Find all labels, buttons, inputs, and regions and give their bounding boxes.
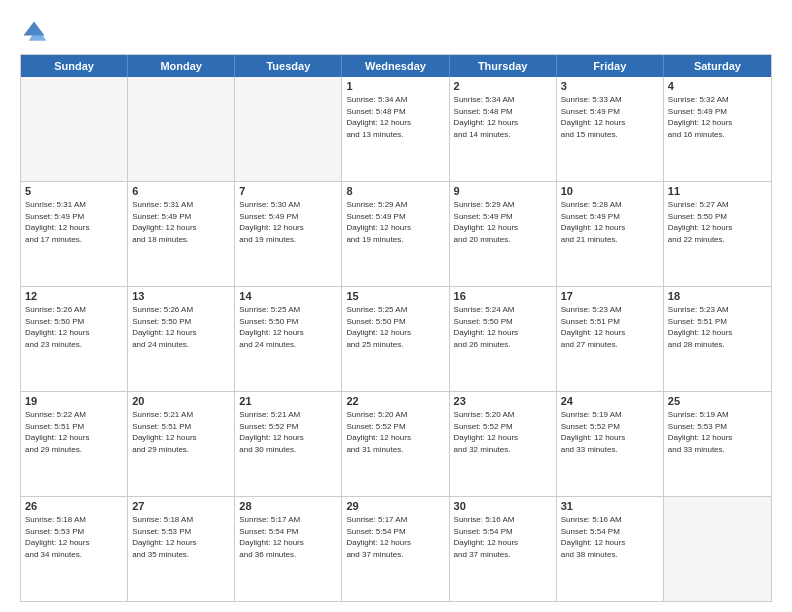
calendar-row: 26Sunrise: 5:18 AM Sunset: 5:53 PM Dayli… [21,497,771,601]
calendar-row: 5Sunrise: 5:31 AM Sunset: 5:49 PM Daylig… [21,182,771,287]
day-info: Sunrise: 5:33 AM Sunset: 5:49 PM Dayligh… [561,94,659,140]
day-info: Sunrise: 5:24 AM Sunset: 5:50 PM Dayligh… [454,304,552,350]
cal-cell: 29Sunrise: 5:17 AM Sunset: 5:54 PM Dayli… [342,497,449,601]
calendar-row: 12Sunrise: 5:26 AM Sunset: 5:50 PM Dayli… [21,287,771,392]
calendar-row: 19Sunrise: 5:22 AM Sunset: 5:51 PM Dayli… [21,392,771,497]
cal-header-day: Sunday [21,55,128,77]
day-number: 5 [25,185,123,197]
calendar-body: 1Sunrise: 5:34 AM Sunset: 5:48 PM Daylig… [21,77,771,601]
cal-header-day: Saturday [664,55,771,77]
cal-cell: 11Sunrise: 5:27 AM Sunset: 5:50 PM Dayli… [664,182,771,286]
day-info: Sunrise: 5:17 AM Sunset: 5:54 PM Dayligh… [346,514,444,560]
cal-cell: 5Sunrise: 5:31 AM Sunset: 5:49 PM Daylig… [21,182,128,286]
cal-cell: 2Sunrise: 5:34 AM Sunset: 5:48 PM Daylig… [450,77,557,181]
day-info: Sunrise: 5:16 AM Sunset: 5:54 PM Dayligh… [454,514,552,560]
day-info: Sunrise: 5:31 AM Sunset: 5:49 PM Dayligh… [132,199,230,245]
cal-cell: 23Sunrise: 5:20 AM Sunset: 5:52 PM Dayli… [450,392,557,496]
cal-cell: 3Sunrise: 5:33 AM Sunset: 5:49 PM Daylig… [557,77,664,181]
day-info: Sunrise: 5:26 AM Sunset: 5:50 PM Dayligh… [132,304,230,350]
day-info: Sunrise: 5:30 AM Sunset: 5:49 PM Dayligh… [239,199,337,245]
day-number: 26 [25,500,123,512]
day-number: 2 [454,80,552,92]
day-info: Sunrise: 5:22 AM Sunset: 5:51 PM Dayligh… [25,409,123,455]
day-number: 14 [239,290,337,302]
cal-cell: 16Sunrise: 5:24 AM Sunset: 5:50 PM Dayli… [450,287,557,391]
day-number: 11 [668,185,767,197]
day-info: Sunrise: 5:18 AM Sunset: 5:53 PM Dayligh… [25,514,123,560]
cal-cell: 20Sunrise: 5:21 AM Sunset: 5:51 PM Dayli… [128,392,235,496]
cal-cell: 6Sunrise: 5:31 AM Sunset: 5:49 PM Daylig… [128,182,235,286]
cal-cell: 19Sunrise: 5:22 AM Sunset: 5:51 PM Dayli… [21,392,128,496]
day-number: 17 [561,290,659,302]
day-number: 27 [132,500,230,512]
day-number: 8 [346,185,444,197]
day-number: 9 [454,185,552,197]
cal-cell [664,497,771,601]
day-number: 3 [561,80,659,92]
cal-cell: 13Sunrise: 5:26 AM Sunset: 5:50 PM Dayli… [128,287,235,391]
day-info: Sunrise: 5:20 AM Sunset: 5:52 PM Dayligh… [454,409,552,455]
day-info: Sunrise: 5:16 AM Sunset: 5:54 PM Dayligh… [561,514,659,560]
day-number: 15 [346,290,444,302]
day-number: 28 [239,500,337,512]
day-number: 12 [25,290,123,302]
day-number: 25 [668,395,767,407]
cal-cell: 22Sunrise: 5:20 AM Sunset: 5:52 PM Dayli… [342,392,449,496]
cal-cell: 17Sunrise: 5:23 AM Sunset: 5:51 PM Dayli… [557,287,664,391]
day-info: Sunrise: 5:18 AM Sunset: 5:53 PM Dayligh… [132,514,230,560]
day-info: Sunrise: 5:21 AM Sunset: 5:52 PM Dayligh… [239,409,337,455]
cal-cell: 8Sunrise: 5:29 AM Sunset: 5:49 PM Daylig… [342,182,449,286]
day-number: 20 [132,395,230,407]
cal-cell: 4Sunrise: 5:32 AM Sunset: 5:49 PM Daylig… [664,77,771,181]
cal-header-day: Thursday [450,55,557,77]
day-info: Sunrise: 5:20 AM Sunset: 5:52 PM Dayligh… [346,409,444,455]
day-info: Sunrise: 5:23 AM Sunset: 5:51 PM Dayligh… [561,304,659,350]
day-info: Sunrise: 5:34 AM Sunset: 5:48 PM Dayligh… [454,94,552,140]
day-info: Sunrise: 5:31 AM Sunset: 5:49 PM Dayligh… [25,199,123,245]
day-number: 29 [346,500,444,512]
cal-cell: 18Sunrise: 5:23 AM Sunset: 5:51 PM Dayli… [664,287,771,391]
day-info: Sunrise: 5:32 AM Sunset: 5:49 PM Dayligh… [668,94,767,140]
day-info: Sunrise: 5:34 AM Sunset: 5:48 PM Dayligh… [346,94,444,140]
cal-cell: 25Sunrise: 5:19 AM Sunset: 5:53 PM Dayli… [664,392,771,496]
day-info: Sunrise: 5:29 AM Sunset: 5:49 PM Dayligh… [346,199,444,245]
cal-header-day: Monday [128,55,235,77]
page: SundayMondayTuesdayWednesdayThursdayFrid… [0,0,792,612]
cal-cell: 10Sunrise: 5:28 AM Sunset: 5:49 PM Dayli… [557,182,664,286]
cal-header-day: Wednesday [342,55,449,77]
cal-header-day: Friday [557,55,664,77]
cal-cell [21,77,128,181]
day-info: Sunrise: 5:25 AM Sunset: 5:50 PM Dayligh… [239,304,337,350]
header [20,18,772,46]
day-info: Sunrise: 5:26 AM Sunset: 5:50 PM Dayligh… [25,304,123,350]
cal-cell: 15Sunrise: 5:25 AM Sunset: 5:50 PM Dayli… [342,287,449,391]
day-number: 13 [132,290,230,302]
day-number: 16 [454,290,552,302]
day-number: 1 [346,80,444,92]
calendar-header: SundayMondayTuesdayWednesdayThursdayFrid… [21,55,771,77]
day-info: Sunrise: 5:21 AM Sunset: 5:51 PM Dayligh… [132,409,230,455]
day-number: 22 [346,395,444,407]
cal-cell: 24Sunrise: 5:19 AM Sunset: 5:52 PM Dayli… [557,392,664,496]
cal-cell: 31Sunrise: 5:16 AM Sunset: 5:54 PM Dayli… [557,497,664,601]
day-info: Sunrise: 5:19 AM Sunset: 5:52 PM Dayligh… [561,409,659,455]
cal-cell: 7Sunrise: 5:30 AM Sunset: 5:49 PM Daylig… [235,182,342,286]
logo-icon [20,18,48,46]
cal-header-day: Tuesday [235,55,342,77]
cal-cell: 14Sunrise: 5:25 AM Sunset: 5:50 PM Dayli… [235,287,342,391]
cal-cell: 9Sunrise: 5:29 AM Sunset: 5:49 PM Daylig… [450,182,557,286]
cal-cell: 21Sunrise: 5:21 AM Sunset: 5:52 PM Dayli… [235,392,342,496]
day-number: 23 [454,395,552,407]
day-number: 10 [561,185,659,197]
cal-cell: 12Sunrise: 5:26 AM Sunset: 5:50 PM Dayli… [21,287,128,391]
day-number: 24 [561,395,659,407]
cal-cell: 26Sunrise: 5:18 AM Sunset: 5:53 PM Dayli… [21,497,128,601]
day-number: 18 [668,290,767,302]
day-info: Sunrise: 5:29 AM Sunset: 5:49 PM Dayligh… [454,199,552,245]
calendar-row: 1Sunrise: 5:34 AM Sunset: 5:48 PM Daylig… [21,77,771,182]
day-info: Sunrise: 5:19 AM Sunset: 5:53 PM Dayligh… [668,409,767,455]
day-number: 19 [25,395,123,407]
day-info: Sunrise: 5:25 AM Sunset: 5:50 PM Dayligh… [346,304,444,350]
cal-cell: 27Sunrise: 5:18 AM Sunset: 5:53 PM Dayli… [128,497,235,601]
day-info: Sunrise: 5:17 AM Sunset: 5:54 PM Dayligh… [239,514,337,560]
